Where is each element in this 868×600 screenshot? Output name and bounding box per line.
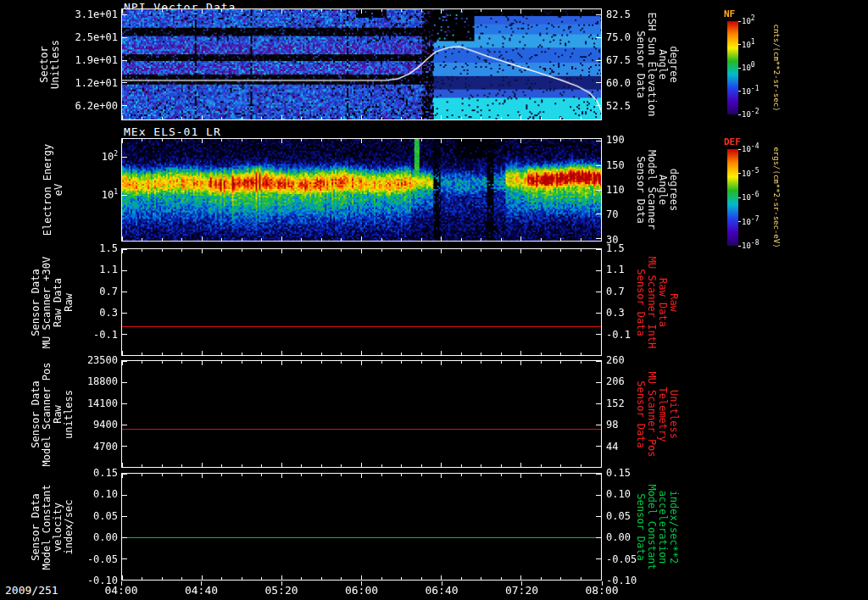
x-axis-minor-tick bbox=[142, 464, 142, 467]
x-axis-minor-tick bbox=[381, 9, 382, 12]
x-axis-tick bbox=[601, 351, 602, 355]
y-axis-tick bbox=[122, 558, 127, 559]
x-axis-minor-tick bbox=[221, 464, 222, 467]
y-axis-tick bbox=[122, 292, 127, 292]
y-axis-tick bbox=[596, 537, 601, 538]
x-axis-tick bbox=[122, 249, 123, 253]
y-tick-label: 101 bbox=[57, 189, 118, 201]
x-axis-tick bbox=[361, 9, 362, 14]
model-constant-velocity-series-line bbox=[122, 537, 601, 538]
x-axis-minor-tick bbox=[181, 474, 182, 476]
y-axis-tick bbox=[596, 446, 601, 447]
x-axis-minor-tick bbox=[221, 474, 222, 476]
y-axis-tick bbox=[122, 37, 127, 38]
x-axis-minor-tick bbox=[381, 139, 382, 142]
x-axis-minor-tick bbox=[142, 139, 142, 142]
x-axis-minor-tick bbox=[321, 117, 322, 119]
y-axis-tick bbox=[596, 37, 601, 38]
x-axis-tick bbox=[441, 463, 442, 467]
y-tick-label: 1.9e+01 bbox=[57, 54, 118, 66]
x-axis-minor-tick bbox=[242, 474, 242, 476]
x-axis-tick bbox=[601, 463, 602, 467]
x-axis-tick bbox=[441, 9, 442, 14]
y-axis-label-right: Sensor Data bbox=[635, 381, 647, 447]
x-axis-minor-tick bbox=[181, 361, 182, 364]
y-axis-tick bbox=[596, 165, 601, 166]
y-axis-label-right: MU Scanner IntH bbox=[646, 256, 658, 347]
x-axis-minor-tick bbox=[142, 9, 142, 12]
y-tick-label: 82.5 bbox=[606, 8, 667, 20]
x-axis-minor-tick bbox=[501, 577, 502, 580]
x-axis-minor-tick bbox=[301, 117, 302, 119]
y-axis-tick bbox=[596, 82, 601, 83]
y-axis-tick bbox=[122, 403, 127, 404]
y-axis-label-left: unitless bbox=[63, 390, 75, 439]
x-axis-minor-tick bbox=[381, 249, 382, 252]
x-axis-minor-tick bbox=[221, 9, 222, 12]
y-tick-label: 52.5 bbox=[606, 100, 667, 112]
x-axis-tick bbox=[202, 249, 203, 253]
x-axis-tick bbox=[202, 351, 203, 355]
x-axis-tick bbox=[202, 9, 203, 14]
x-axis-minor-tick bbox=[481, 9, 481, 12]
x-axis-minor-tick bbox=[181, 238, 182, 241]
x-axis-minor-tick bbox=[142, 577, 142, 580]
x-axis-minor-tick bbox=[461, 577, 462, 580]
x-axis-minor-tick bbox=[541, 353, 542, 355]
y-axis-label-right: Sensor Data bbox=[635, 493, 647, 560]
x-axis-minor-tick bbox=[501, 474, 502, 476]
y-axis-label-left: Raw bbox=[52, 405, 64, 424]
x-tick-label: 06:40 bbox=[412, 584, 471, 597]
x-axis-minor-tick bbox=[560, 474, 561, 476]
x-axis-minor-tick bbox=[341, 361, 342, 364]
y-axis-label-left: Raw bbox=[63, 293, 75, 312]
x-axis-minor-tick bbox=[541, 9, 542, 12]
x-axis-tick bbox=[601, 361, 602, 365]
x-axis-minor-tick bbox=[501, 361, 502, 364]
x-axis-minor-tick bbox=[421, 139, 422, 142]
x-axis-minor-tick bbox=[301, 9, 302, 12]
y-axis-label-left: Sensor Data bbox=[30, 269, 42, 336]
colorbar-tick-label: 10-7 bbox=[742, 218, 759, 226]
y-tick-label: 4700 bbox=[57, 441, 118, 453]
y-axis-tick bbox=[596, 403, 601, 404]
x-axis-minor-tick bbox=[221, 577, 222, 580]
y-axis-label-right: acceleration bbox=[657, 490, 669, 564]
x-axis-tick bbox=[202, 115, 203, 119]
y-axis-label-right: Sensor Data bbox=[635, 31, 647, 97]
x-axis-minor-tick bbox=[341, 139, 342, 142]
y-axis-tick bbox=[122, 105, 127, 106]
y-tick-label: 18800 bbox=[57, 375, 118, 387]
x-axis-tick bbox=[361, 575, 362, 580]
y-axis-tick bbox=[596, 14, 601, 15]
y-tick-label: 0.15 bbox=[57, 467, 118, 479]
y-axis-tick bbox=[122, 580, 127, 581]
x-axis-minor-tick bbox=[481, 474, 481, 476]
x-axis-minor-tick bbox=[261, 474, 262, 476]
x-axis-minor-tick bbox=[162, 464, 163, 467]
x-axis-minor-tick bbox=[321, 464, 322, 467]
x-axis-minor-tick bbox=[321, 139, 322, 142]
x-axis-tick bbox=[361, 463, 362, 467]
x-axis-minor-tick bbox=[481, 464, 481, 467]
x-axis-tick bbox=[520, 249, 521, 253]
colorbar-tick bbox=[738, 91, 741, 92]
x-tick-label: 04:00 bbox=[92, 584, 151, 597]
x-axis-minor-tick bbox=[261, 353, 262, 355]
x-tick-label: 06:00 bbox=[332, 584, 392, 597]
x-axis-minor-tick bbox=[401, 361, 402, 364]
colorbar-def bbox=[727, 149, 738, 246]
x-axis-minor-tick bbox=[381, 577, 382, 580]
x-tick-label: 05:20 bbox=[252, 584, 311, 597]
y-tick-label: 1.5 bbox=[606, 242, 667, 254]
x-axis-minor-tick bbox=[321, 249, 322, 252]
y-axis-tick bbox=[122, 157, 127, 158]
x-axis-minor-tick bbox=[421, 238, 422, 241]
x-axis-tick bbox=[281, 351, 282, 355]
x-axis-tick bbox=[520, 575, 521, 580]
x-tick-label: 07:20 bbox=[492, 584, 552, 597]
y-tick-label: -0.1 bbox=[57, 329, 118, 341]
x-axis-minor-tick bbox=[421, 9, 422, 12]
x-axis-minor-tick bbox=[162, 249, 163, 252]
y-axis-tick bbox=[596, 313, 601, 314]
